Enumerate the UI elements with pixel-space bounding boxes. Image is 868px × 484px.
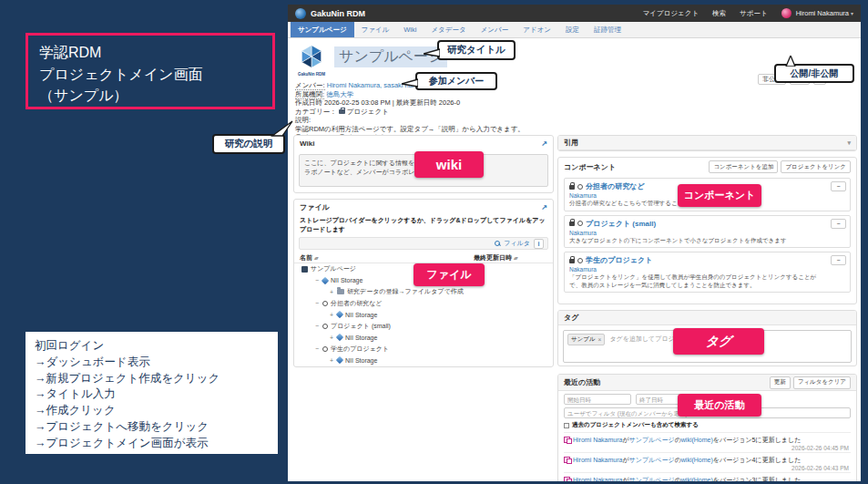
- callout-visibility: 公開/非公開: [774, 64, 854, 83]
- activity-text: をバージョン4に更新しました: [713, 457, 802, 463]
- tab-audit[interactable]: 証跡管理: [587, 22, 628, 37]
- tree-row-folder[interactable]: + 研究データの登録→ファイルタブで作成: [294, 286, 553, 298]
- sort-icons[interactable]: ▴▾: [514, 255, 517, 261]
- collapse-button[interactable]: −: [831, 181, 846, 191]
- topbar-search[interactable]: 検索: [712, 9, 726, 18]
- activity-entry: Hiromi Nakamuraがサンプルページのwiki(Home)をバージョン…: [564, 432, 851, 452]
- expand-icon[interactable]: +: [329, 312, 334, 318]
- expand-icon[interactable]: +: [329, 335, 334, 341]
- tree-row-component[interactable]: − 学生のプロジェクト: [294, 344, 553, 355]
- storage-icon: [336, 334, 343, 341]
- external-link-icon[interactable]: ↗: [541, 203, 547, 211]
- expand-icon[interactable]: +: [329, 289, 334, 295]
- avatar[interactable]: [781, 8, 791, 18]
- refresh-button[interactable]: 更新: [770, 376, 791, 389]
- start-date-input[interactable]: [564, 394, 631, 405]
- description-text: 学認RDMの利用方法ページです。設定タブ→「説明」から入力できます。: [295, 125, 853, 134]
- collapse-icon[interactable]: −: [314, 345, 320, 352]
- tree-row-storage[interactable]: + NII Storage: [294, 309, 553, 321]
- collapse-icon[interactable]: −: [314, 277, 320, 283]
- clear-filter-button[interactable]: フィルタをクリア: [793, 376, 851, 389]
- storage-icon: [336, 311, 343, 318]
- component-card: プロジェクト (small) Nakamura 大きなプロジェクトの下にコンポー…: [564, 215, 851, 249]
- callout-tail: [271, 119, 294, 138]
- user-menu[interactable]: Hiromi Nakamura ▾: [796, 9, 853, 17]
- activity-wiki-link[interactable]: wiki(Home): [681, 477, 713, 482]
- tab-settings[interactable]: 設定: [558, 22, 587, 37]
- activity-text: が: [622, 477, 628, 482]
- checkbox-label: 過去のプロジェクトメンバーも含めて検索する: [572, 421, 699, 429]
- link-project-button[interactable]: プロジェクトをリンク: [781, 160, 851, 173]
- col-name[interactable]: 名前: [300, 254, 312, 261]
- close-icon[interactable]: ×: [598, 336, 602, 343]
- lock-icon: [569, 221, 575, 226]
- tab-sample-page[interactable]: サンプルページ: [291, 22, 354, 37]
- tree-label: プロジェクト (small): [331, 322, 391, 331]
- tab-files[interactable]: ファイル: [354, 22, 397, 37]
- activity-entry: Hiromi Nakamuraがサンプルページのwiki(Home)をバージョン…: [564, 472, 851, 481]
- category-value: プロジェクト: [347, 108, 389, 116]
- component-link[interactable]: 学生のプロジェクト: [586, 255, 652, 265]
- chevron-down-icon[interactable]: ▾: [847, 139, 851, 147]
- include-past-members-checkbox[interactable]: [564, 423, 569, 428]
- tree-row-storage[interactable]: + NII Storage: [294, 332, 553, 344]
- callout-members: 参加メンバー: [415, 72, 497, 90]
- topbar-my-projects[interactable]: マイプロジェクト: [643, 9, 699, 18]
- filter-button[interactable]: フィルタ: [495, 239, 530, 248]
- callout-tail: [783, 56, 798, 67]
- add-component-button[interactable]: コンポーネントを追加: [709, 160, 778, 173]
- external-link-icon[interactable]: ↗: [541, 139, 547, 148]
- tree-row-component[interactable]: − 分担者の研究など: [294, 298, 553, 310]
- activity-text: が: [622, 437, 628, 443]
- activity-log-icon: [564, 457, 570, 463]
- citation-title: 引用: [564, 138, 578, 148]
- component-link[interactable]: プロジェクト (small): [586, 219, 656, 229]
- col-modified[interactable]: 最終更新日時: [474, 254, 512, 261]
- activity-wiki-link[interactable]: wiki(Home): [681, 437, 713, 443]
- collapse-icon[interactable]: −: [314, 323, 320, 329]
- tab-metadata[interactable]: メタデータ: [424, 22, 473, 37]
- tree-label: NII Storage: [345, 335, 377, 341]
- description-label: 説明:: [295, 116, 853, 125]
- citation-panel: 引用 ▾: [557, 135, 857, 151]
- activity-user-link[interactable]: Hiromi Nakamura: [573, 437, 622, 443]
- wiki-title: Wiki: [300, 139, 314, 148]
- step-line: →プロジェクトへ移動をクリック: [35, 419, 269, 436]
- collapse-icon[interactable]: −: [314, 300, 320, 306]
- callout-research-title: 研究タイトル: [437, 40, 516, 60]
- affiliation-link[interactable]: 徳島大学: [326, 90, 353, 98]
- tree-label: NII Storage: [331, 277, 363, 283]
- activity-wiki-link[interactable]: wiki(Home): [681, 457, 713, 463]
- activity-user-link[interactable]: Hiromi Nakamura: [573, 477, 622, 482]
- tab-addons[interactable]: アドオン: [516, 22, 558, 37]
- tree-label: NII Storage: [345, 312, 377, 318]
- activity-project-link[interactable]: サンプルページ: [629, 477, 675, 482]
- tag-chip[interactable]: サンプル ×: [567, 334, 605, 345]
- user-name: Hiromi Nakamura: [796, 9, 849, 17]
- tab-members[interactable]: メンバー: [474, 22, 516, 37]
- tab-wiki[interactable]: Wiki: [396, 22, 424, 37]
- component-link[interactable]: 分担者の研究など: [586, 181, 645, 191]
- component-owner[interactable]: Nakamura: [569, 266, 826, 273]
- step-line: →新規プロジェクト作成をクリック: [35, 371, 269, 387]
- component-desc: 「プロジェクトをリンク」を使用して教員が学生自身ののプロジェクトとリンクすること…: [569, 273, 826, 289]
- activity-log-icon: [564, 477, 570, 482]
- collapse-button[interactable]: −: [831, 219, 846, 229]
- expand-icon[interactable]: +: [329, 357, 334, 364]
- tree-row-component[interactable]: − プロジェクト (small): [294, 321, 553, 333]
- sort-icons[interactable]: ▴▾: [314, 255, 318, 261]
- activity-project-link[interactable]: サンプルページ: [629, 457, 675, 463]
- info-button[interactable]: i: [534, 239, 544, 249]
- activity-project-link[interactable]: サンプルページ: [629, 437, 675, 443]
- affiliation-label: 所属機関:: [295, 90, 324, 99]
- topbar-support[interactable]: サポート: [740, 9, 768, 18]
- activity-user-link[interactable]: Hiromi Nakamura: [573, 457, 622, 463]
- collapse-button[interactable]: −: [831, 255, 846, 265]
- component-owner[interactable]: Nakamura: [569, 230, 826, 236]
- search-icon: [495, 241, 501, 247]
- label-activity: 最近の活動: [678, 394, 761, 417]
- tree-row-storage[interactable]: + NII Storage: [294, 355, 553, 366]
- files-column-header: 名前▴▾ 最終更新日時▴▾: [294, 252, 553, 263]
- components-panel: コンポーネント コンポーネントを追加 プロジェクトをリンク 分担者の研究など N…: [557, 157, 857, 304]
- filter-label: フィルタ: [504, 239, 530, 248]
